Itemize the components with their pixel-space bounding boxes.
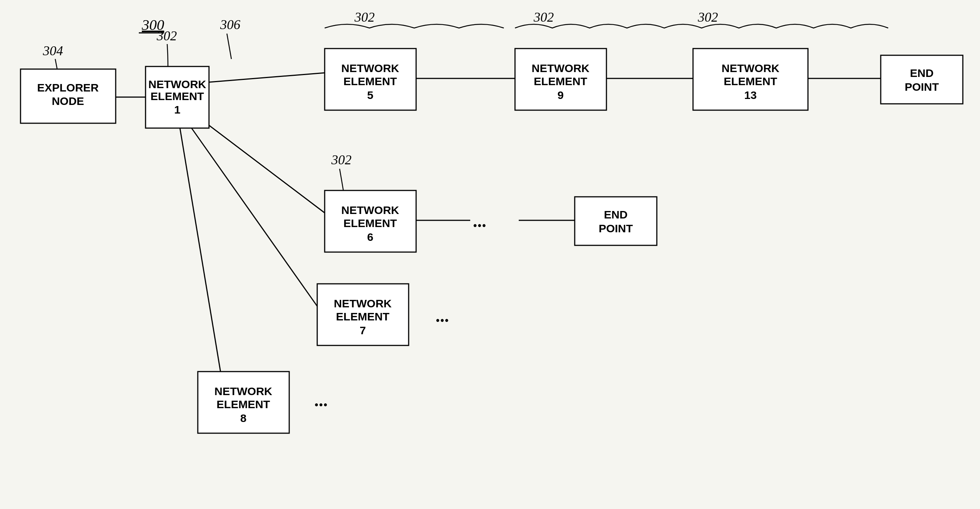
- ne5-text1: NETWORK: [342, 62, 399, 74]
- dots-ne8: ...: [314, 390, 328, 410]
- ne13-text1: NETWORK: [722, 62, 780, 74]
- ne1-text3: 1: [174, 104, 181, 116]
- endpoint1-text2: POINT: [905, 81, 939, 93]
- ne6-text2: ELEMENT: [343, 217, 397, 229]
- ne13-text2: ELEMENT: [724, 75, 777, 88]
- ne5-text2: ELEMENT: [343, 75, 397, 88]
- ne1-text2: ELEMENT: [150, 90, 204, 102]
- label-304: 304: [43, 43, 63, 58]
- label-302-ne9: 302: [533, 10, 554, 25]
- label-302-ne5: 302: [354, 10, 375, 25]
- diagram: 300 304 302 306 302 302 302 302: [0, 0, 980, 509]
- endpoint2-text1: END: [604, 208, 627, 221]
- explorer-text2: NODE: [52, 95, 84, 107]
- ne8-text2: ELEMENT: [216, 398, 270, 410]
- label-302-ne13: 302: [697, 10, 718, 25]
- ne9-text2: ELEMENT: [534, 75, 587, 88]
- endpoint1-box: [881, 55, 963, 104]
- endpoint2-text2: POINT: [598, 222, 633, 235]
- ne9-text1: NETWORK: [532, 62, 590, 74]
- dots-ne7: ...: [436, 306, 449, 326]
- ne6-text1: NETWORK: [342, 204, 399, 216]
- ne8-text1: NETWORK: [215, 385, 272, 397]
- ne7-text2: ELEMENT: [336, 310, 389, 323]
- ne7-text3: 7: [360, 324, 366, 337]
- ne6-text3: 6: [367, 231, 374, 243]
- ne13-text3: 13: [744, 89, 756, 101]
- ne1-text1: NETWORK: [148, 78, 206, 90]
- dots-ne6: ...: [473, 211, 486, 231]
- explorer-text1: EXPLORER: [37, 81, 99, 94]
- endpoint2-box: [575, 197, 657, 245]
- label-302-ne6: 302: [331, 152, 352, 167]
- ne5-text3: 5: [367, 89, 374, 101]
- endpoint1-text1: END: [910, 67, 933, 79]
- label-302-ne1: 302: [156, 29, 177, 43]
- ne9-text3: 9: [558, 89, 564, 101]
- ne8-text3: 8: [240, 412, 247, 424]
- label-306: 306: [220, 17, 240, 32]
- ne7-text1: NETWORK: [334, 297, 392, 310]
